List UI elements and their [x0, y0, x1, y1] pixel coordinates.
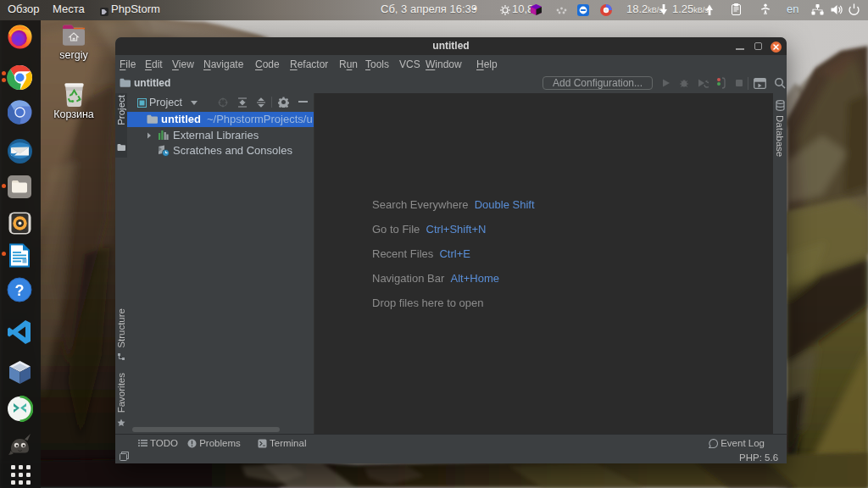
svg-text:?: ? [15, 282, 25, 299]
